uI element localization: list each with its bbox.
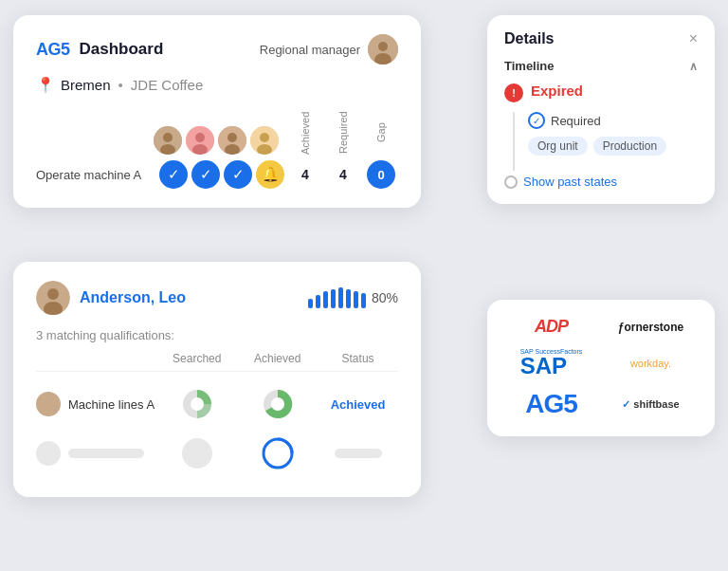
avatar-1 — [154, 126, 182, 155]
required-count: 4 — [326, 167, 360, 182]
svg-point-1 — [378, 42, 388, 51]
svg-point-10 — [228, 133, 237, 142]
qual-label-1: Machine lines A — [68, 397, 155, 412]
status-check-2: ✓ — [191, 160, 220, 189]
dashboard-card: AG5 Dashboard Regional manager 📍 Bremen … — [13, 15, 421, 208]
bars-visual — [308, 287, 366, 308]
show-past-row[interactable]: Show past states — [504, 175, 698, 189]
col-gap: Gap — [364, 111, 398, 155]
timeline-text: Timeline — [504, 59, 555, 73]
table-section: Achieved Required Gap Operate machine A … — [36, 111, 398, 189]
achieved-count: 4 — [288, 167, 322, 182]
searched-chart-1 — [156, 387, 237, 421]
integrations-card: ADP ƒornerstone SAP SuccessFactors SAP w… — [487, 300, 715, 436]
manager-info: Regional manager — [260, 34, 398, 64]
tag-org-unit[interactable]: Org unit — [528, 137, 588, 156]
svg-point-19 — [191, 397, 204, 411]
cornerstone-logo: ƒornerstone — [606, 321, 696, 334]
adp-logo: ADP — [506, 317, 596, 337]
qual-name-2 — [36, 441, 156, 466]
expired-item: ! Expired — [504, 83, 698, 102]
svg-point-16 — [47, 288, 59, 300]
expired-icon: ! — [504, 83, 523, 102]
status-check-1: ✓ — [159, 160, 188, 189]
required-check-icon: ✓ — [528, 112, 545, 129]
svg-point-7 — [195, 133, 205, 142]
skeleton-status — [335, 449, 382, 458]
shiftbase-logo: ✓ shiftbase — [606, 398, 696, 411]
dashboard-title: Dashboard — [80, 40, 164, 59]
qual-skeleton-label — [68, 449, 144, 458]
shiftbase-check: ✓ — [622, 398, 630, 411]
operate-machine-row: Operate machine A ✓ ✓ ✓ 🔔 4 4 0 — [36, 160, 398, 189]
status-bell: 🔔 — [256, 160, 284, 189]
chevron-up-icon[interactable]: ∧ — [689, 60, 698, 73]
achieved-chart-1 — [237, 387, 318, 421]
shiftbase-text: ✓ shiftbase — [622, 398, 679, 411]
company-name: JDE Coffee — [131, 77, 203, 93]
integrations-grid: ADP ƒornerstone SAP SuccessFactors SAP w… — [506, 317, 696, 419]
workday-logo: workday. — [606, 358, 696, 369]
location-row: 📍 Bremen • JDE Coffee — [36, 76, 398, 94]
bar-7 — [354, 291, 358, 308]
avatar — [368, 34, 398, 64]
expired-text: Expired — [531, 83, 583, 99]
anderson-avatar — [36, 281, 70, 315]
gap-count: 0 — [367, 160, 395, 189]
status-chart-2 — [318, 449, 398, 458]
qual-header-status: Status — [318, 352, 398, 365]
anderson-header: Anderson, Leo 80% — [36, 281, 398, 315]
bar-5 — [338, 287, 343, 308]
sap-text: SAP — [520, 355, 567, 378]
anderson-card: Anderson, Leo 80% 3 matching qualificati… — [13, 262, 421, 497]
cornerstone-text: ƒornerstone — [618, 321, 683, 334]
progress-area: 80% — [308, 287, 398, 308]
bar-3 — [323, 291, 328, 308]
bar-6 — [346, 289, 351, 308]
details-title: Details — [504, 30, 554, 47]
tags-row: Org unit Production — [528, 137, 698, 156]
location-dot: • — [118, 77, 123, 93]
qual-header-achieved: Achieved — [237, 352, 318, 365]
searched-chart-2 — [156, 438, 237, 469]
timeline-section: Timeline ∧ ! Expired ✓ Required Org unit… — [504, 59, 698, 189]
gap-cell: 0 — [364, 160, 398, 189]
location-icon: 📍 — [36, 76, 55, 94]
qual-avatar-1 — [36, 392, 61, 416]
ag5-logo: AG5 — [36, 40, 70, 60]
avatar-3 — [218, 126, 246, 155]
workday-text: workday. — [630, 358, 671, 369]
qual-header-searched: Searched — [156, 352, 237, 365]
qual-row-2 — [36, 429, 398, 478]
timeline-label: Timeline ∧ — [504, 59, 698, 73]
check-mark: ✓ — [533, 116, 540, 126]
avatar-2 — [186, 126, 214, 155]
achieved-chart-2 — [237, 436, 318, 470]
qual-status-1: Achieved — [318, 397, 398, 412]
bar-1 — [308, 299, 313, 308]
close-button[interactable]: × — [689, 30, 698, 47]
qualifications-label: 3 matching qualifications: — [36, 328, 398, 342]
qual-name-1: Machine lines A — [36, 392, 156, 416]
anderson-name: Anderson, Leo — [80, 289, 186, 306]
anderson-left: Anderson, Leo — [36, 281, 186, 315]
svg-point-4 — [163, 133, 173, 142]
col-required: Required — [326, 111, 360, 155]
percent-label: 80% — [372, 290, 398, 305]
bar-4 — [331, 289, 336, 308]
circle-outline-icon — [504, 175, 518, 189]
qual-table-header: Searched Achieved Status — [36, 352, 398, 372]
logo-title: AG5 Dashboard — [36, 40, 163, 60]
svg-point-13 — [260, 133, 269, 142]
row-label: Operate machine A — [36, 168, 159, 182]
details-card: Details × Timeline ∧ ! Expired ✓ Require… — [487, 15, 715, 204]
location-name: Bremen — [61, 77, 111, 93]
required-row: ✓ Required — [528, 112, 698, 129]
manager-label: Regional manager — [260, 43, 360, 57]
sap-logo: SAP SuccessFactors SAP — [506, 348, 596, 378]
tag-production[interactable]: Production — [593, 137, 666, 156]
show-past-text[interactable]: Show past states — [523, 175, 617, 189]
col-achieved: Achieved — [288, 111, 322, 155]
ag5-big-text: AG5 — [525, 389, 577, 419]
adp-text: ADP — [535, 317, 568, 337]
